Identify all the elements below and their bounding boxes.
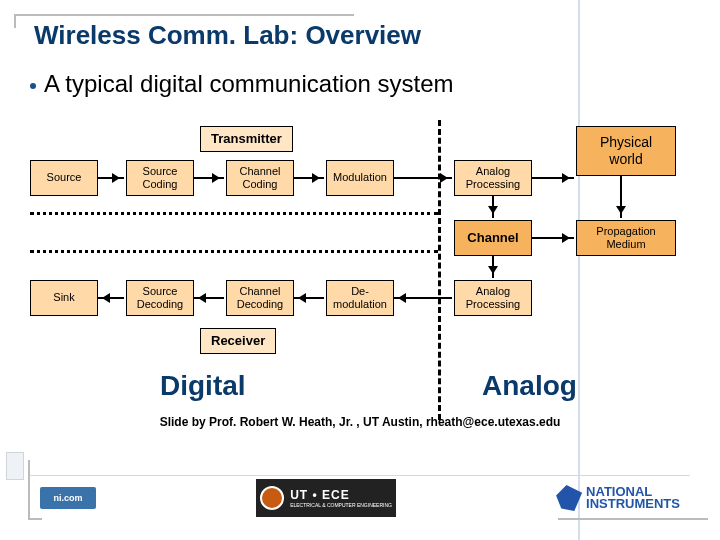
- ut-seal-icon: [260, 486, 284, 510]
- arrow-icon: [194, 177, 224, 179]
- domain-analog-label: Analog: [482, 370, 577, 402]
- arrow-left-icon: [194, 297, 224, 299]
- ut-logo-text: UT • ECE: [290, 488, 392, 502]
- arrow-icon: [294, 177, 324, 179]
- arrow-down-icon: [492, 256, 494, 278]
- decor-line-bl-h: [28, 518, 42, 520]
- slide-credit: Slide by Prof. Robert W. Heath, Jr. , UT…: [0, 415, 720, 429]
- block-physical-world: Physical world: [576, 126, 676, 176]
- block-analog-processing-tx: Analog Processing: [454, 160, 532, 196]
- block-demodulation: De-modulation: [326, 280, 394, 316]
- domain-digital-label: Digital: [160, 370, 246, 402]
- block-source: Source: [30, 160, 98, 196]
- ni-eagle-icon: [556, 485, 582, 511]
- arrow-down-icon: [492, 196, 494, 218]
- decor-stub: [6, 452, 24, 480]
- arrow-icon: [532, 177, 574, 179]
- block-source-decoding: Source Decoding: [126, 280, 194, 316]
- arrow-down-icon: [620, 176, 622, 218]
- arrow-icon: [394, 177, 452, 179]
- arrow-left-icon: [98, 297, 124, 299]
- bullet-row: A typical digital communication system: [30, 70, 454, 98]
- receiver-label: Receiver: [200, 328, 276, 354]
- slide: Wireless Comm. Lab: Overview A typical d…: [0, 0, 720, 540]
- arrow-left-icon: [294, 297, 324, 299]
- national-instruments-logo: NATIONAL INSTRUMENTS: [556, 485, 680, 511]
- block-modulation: Modulation: [326, 160, 394, 196]
- arrow-icon: [532, 237, 574, 239]
- arrow-left-icon: [394, 297, 452, 299]
- transmitter-label: Transmitter: [200, 126, 293, 152]
- block-source-coding: Source Coding: [126, 160, 194, 196]
- block-propagation-medium: Propagation Medium: [576, 220, 676, 256]
- block-diagram: Transmitter Source Source Coding Channel…: [30, 120, 690, 420]
- arrow-icon: [98, 177, 124, 179]
- ut-logo-subtext: ELECTRICAL & COMPUTER ENGINEERING: [290, 502, 392, 508]
- decor-line-bl-v: [28, 460, 30, 520]
- ni-logo-line2: INSTRUMENTS: [586, 498, 680, 510]
- block-channel: Channel: [454, 220, 532, 256]
- block-channel-coding: Channel Coding: [226, 160, 294, 196]
- footer-divider: [30, 475, 690, 476]
- block-analog-processing-rx: Analog Processing: [454, 280, 532, 316]
- decor-line-tl: [14, 14, 354, 16]
- channel-rx-divider: [30, 250, 438, 253]
- decor-line-br: [558, 518, 708, 520]
- slide-title: Wireless Comm. Lab: Overview: [34, 20, 421, 51]
- block-sink: Sink: [30, 280, 98, 316]
- tx-channel-divider: [30, 212, 438, 215]
- bullet-icon: [30, 83, 36, 89]
- ni-com-logo: ni.com: [40, 487, 96, 509]
- ut-ece-logo: UT • ECE ELECTRICAL & COMPUTER ENGINEERI…: [256, 479, 396, 517]
- digital-analog-divider: [438, 120, 441, 420]
- footer-logos: ni.com UT • ECE ELECTRICAL & COMPUTER EN…: [40, 478, 680, 518]
- block-channel-decoding: Channel Decoding: [226, 280, 294, 316]
- bullet-text: A typical digital communication system: [44, 70, 454, 98]
